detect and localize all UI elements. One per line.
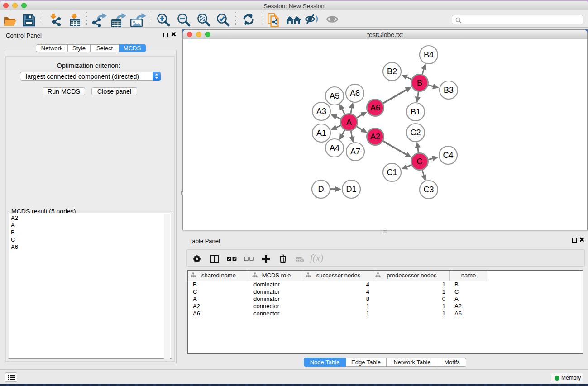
svg-text:B1: B1 bbox=[411, 107, 421, 116]
svg-text:A4: A4 bbox=[330, 143, 339, 152]
svg-text:A: A bbox=[346, 118, 352, 127]
svg-text:B4: B4 bbox=[424, 50, 434, 59]
svg-text:A3: A3 bbox=[316, 107, 326, 116]
svg-text:A8: A8 bbox=[350, 89, 360, 98]
svg-text:C4: C4 bbox=[443, 151, 453, 160]
svg-text:B3: B3 bbox=[444, 86, 454, 95]
svg-text:B2: B2 bbox=[387, 67, 397, 76]
svg-text:C3: C3 bbox=[423, 185, 434, 194]
svg-text:f(x): f(x) bbox=[310, 254, 323, 263]
svg-text:A2: A2 bbox=[370, 132, 380, 141]
svg-text:C2: C2 bbox=[410, 128, 421, 137]
svg-text:A6: A6 bbox=[370, 103, 380, 112]
svg-text:B: B bbox=[417, 78, 422, 87]
svg-text:C1: C1 bbox=[387, 168, 397, 177]
svg-text:A1: A1 bbox=[316, 129, 326, 138]
svg-text:A7: A7 bbox=[350, 147, 360, 156]
svg-text:D1: D1 bbox=[346, 185, 356, 194]
svg-text:D: D bbox=[318, 185, 324, 194]
svg-text:C: C bbox=[417, 157, 423, 166]
svg-text:A5: A5 bbox=[330, 91, 339, 100]
